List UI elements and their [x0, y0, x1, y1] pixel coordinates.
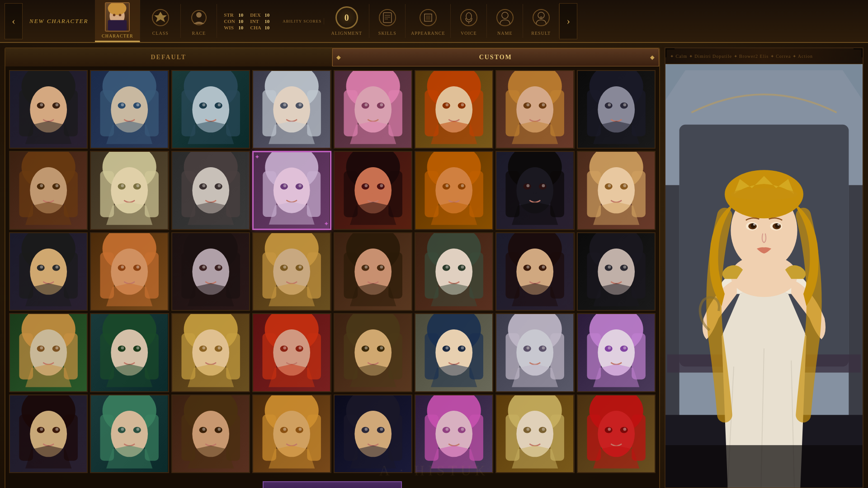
portrait-cell[interactable]	[577, 151, 656, 230]
portrait-cell[interactable]	[577, 394, 656, 473]
appearance-icon	[417, 6, 439, 29]
tab-default[interactable]: DEFAULT	[5, 48, 332, 66]
portrait-cell[interactable]	[90, 70, 169, 149]
nav-left-arrow[interactable]: ‹	[5, 3, 23, 39]
svg-point-310	[608, 347, 611, 350]
character-portrait-nav	[105, 2, 130, 32]
portrait-cell[interactable]	[415, 151, 493, 230]
portrait-cell[interactable]	[495, 70, 574, 149]
change-portrait-button[interactable]: CHANGE PORTRAIT	[263, 481, 401, 488]
cha-label: CHA	[250, 25, 263, 30]
svg-point-356	[380, 427, 383, 431]
portrait-cell[interactable]	[9, 313, 88, 392]
portrait-cell[interactable]	[252, 70, 331, 149]
portrait-cell[interactable]	[252, 151, 331, 230]
tab-character[interactable]: CHARACTER	[95, 0, 140, 42]
right-panel-header-text: ✦ Calm ✦ Dimitri Doputile ✦ Brower2 Elis…	[670, 54, 813, 59]
portrait-cell[interactable]	[577, 313, 656, 392]
svg-point-95	[623, 103, 626, 107]
portrait-cell[interactable]	[9, 70, 88, 149]
portrait-cell[interactable]	[495, 313, 574, 392]
svg-point-383	[623, 427, 626, 431]
portrait-cell[interactable]	[334, 232, 412, 311]
tab-appearance[interactable]: APPEARANCE	[406, 4, 451, 38]
tab-result[interactable]: RESULT	[523, 4, 559, 38]
portrait-cell[interactable]	[577, 70, 656, 149]
portrait-cell[interactable]	[415, 313, 493, 392]
portrait-cell[interactable]	[9, 394, 88, 473]
svg-point-229	[527, 265, 530, 268]
portrait-cell[interactable]	[9, 151, 88, 230]
svg-point-328	[121, 427, 124, 431]
portrait-cell[interactable]	[415, 232, 493, 311]
tab-skills[interactable]: SKILLS	[369, 4, 406, 38]
tab-class[interactable]: CLASS	[140, 4, 181, 38]
portrait-cell[interactable]	[495, 232, 574, 311]
svg-point-320	[56, 427, 59, 431]
portrait-cell[interactable]	[334, 70, 412, 149]
portrait-cell[interactable]	[252, 313, 331, 392]
svg-point-17	[466, 13, 472, 20]
tab-ability-label: ABILITY SCORES	[283, 19, 321, 23]
portrait-cell[interactable]	[415, 70, 493, 149]
nav-right-arrow[interactable]: ›	[559, 3, 577, 39]
portrait-cell[interactable]	[252, 394, 331, 473]
tab-race-label: RACE	[192, 31, 206, 36]
svg-point-274	[283, 347, 287, 350]
svg-point-355	[364, 427, 368, 431]
portrait-grid-container[interactable]	[5, 66, 659, 477]
portrait-cell[interactable]	[171, 394, 250, 473]
portrait-cell[interactable]	[171, 151, 250, 230]
ability-row-2: CON 10 INT 10	[224, 19, 274, 24]
right-panel-header: ✦ Calm ✦ Dimitri Doputile ✦ Brower2 Elis…	[665, 48, 863, 64]
svg-point-130	[283, 184, 287, 188]
portrait-cell[interactable]	[577, 232, 656, 311]
svg-point-59	[299, 103, 302, 107]
svg-point-265	[202, 347, 205, 350]
portrait-cell[interactable]	[171, 70, 250, 149]
cha-stat: CHA 10	[250, 25, 269, 30]
portrait-cell[interactable]	[171, 313, 250, 392]
tab-race[interactable]: RACE	[181, 4, 217, 38]
svg-point-4	[119, 14, 122, 17]
portrait-cell[interactable]	[495, 151, 574, 230]
svg-point-221	[461, 265, 464, 268]
portrait-cell[interactable]	[90, 232, 169, 311]
svg-point-176	[56, 265, 59, 268]
svg-point-382	[608, 427, 611, 431]
portrait-cell[interactable]	[171, 232, 250, 311]
svg-point-347	[299, 427, 302, 431]
tab-result-label: RESULT	[531, 31, 551, 36]
new-character-section: New Character	[23, 15, 95, 27]
svg-point-329	[137, 427, 140, 431]
portrait-cell[interactable]	[90, 394, 169, 473]
tab-name[interactable]: NAME	[487, 4, 523, 38]
tab-custom[interactable]: CUSTOM	[332, 48, 660, 66]
svg-point-238	[608, 265, 611, 268]
tab-ability-scores[interactable]: ABILITY SCORES	[280, 18, 324, 24]
svg-point-94	[608, 103, 611, 107]
svg-point-104	[56, 184, 59, 188]
portrait-cell[interactable]	[334, 151, 412, 230]
portrait-cell[interactable]	[334, 394, 412, 473]
svg-point-122	[217, 184, 221, 188]
svg-point-202	[283, 265, 287, 268]
portrait-cell[interactable]	[90, 151, 169, 230]
portrait-cell[interactable]	[334, 313, 412, 392]
portrait-cell[interactable]	[252, 232, 331, 311]
portrait-cell[interactable]	[90, 313, 169, 392]
portrait-grid	[9, 70, 656, 473]
tab-alignment-label: ALIGNMENT	[331, 31, 362, 36]
portrait-cell[interactable]	[495, 394, 574, 473]
tab-voice[interactable]: VOICE	[451, 4, 487, 38]
tab-custom-label: CUSTOM	[479, 54, 512, 61]
portrait-cell[interactable]	[415, 394, 493, 473]
tab-bar: DEFAULT CUSTOM	[5, 48, 659, 66]
tab-alignment[interactable]: 0 ALIGNMENT	[324, 4, 369, 38]
svg-point-346	[283, 427, 287, 431]
wis-stat: WIS 10	[224, 25, 243, 30]
svg-point-292	[445, 347, 448, 350]
portrait-cell[interactable]	[9, 232, 88, 311]
ability-scores-section: STR 10 DEX 10 CON 10 INT 10	[217, 9, 280, 34]
svg-point-374	[542, 427, 545, 431]
